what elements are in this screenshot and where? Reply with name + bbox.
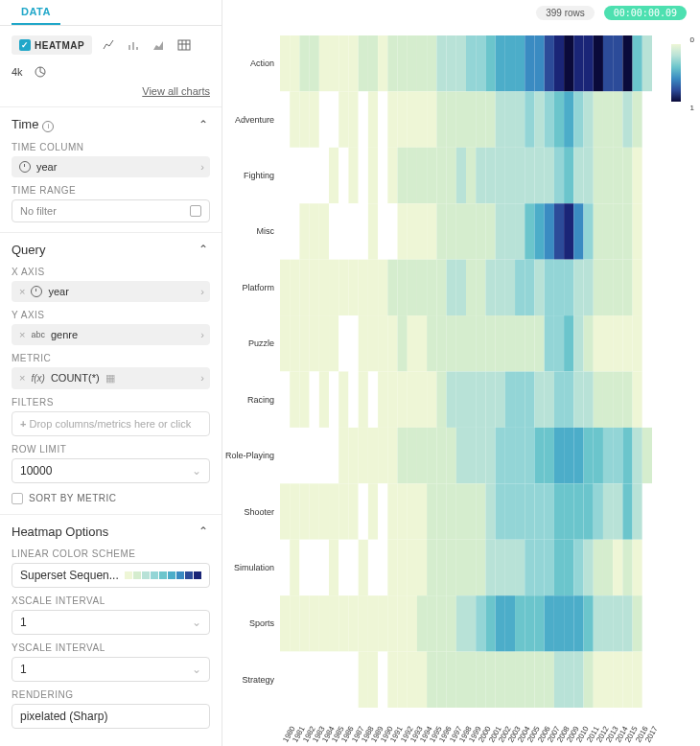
svg-rect-197 xyxy=(329,315,338,371)
section-time-header[interactable]: Timei ⌃ xyxy=(12,117,210,132)
section-query-header[interactable]: Query ⌃ xyxy=(12,243,210,257)
svg-rect-192 xyxy=(280,315,290,371)
svg-rect-156 xyxy=(299,260,309,315)
svg-rect-191 xyxy=(642,260,652,315)
svg-rect-364 xyxy=(476,540,485,595)
svg-rect-346 xyxy=(299,540,309,595)
calendar-icon xyxy=(190,205,201,217)
metric-select[interactable]: × f(x) COUNT(*) ▦ › xyxy=(12,367,210,389)
line-chart-icon[interactable] xyxy=(102,37,117,53)
svg-rect-143 xyxy=(545,203,554,259)
section-heatmap-header[interactable]: Heatmap Options ⌃ xyxy=(12,525,210,539)
svg-rect-201 xyxy=(368,315,378,371)
svg-rect-426 xyxy=(338,652,348,708)
svg-rect-300 xyxy=(594,428,603,483)
svg-rect-180 xyxy=(534,260,544,315)
clear-icon[interactable]: × xyxy=(19,372,25,384)
svg-rect-400 xyxy=(456,595,466,651)
x-axis-select[interactable]: × year › xyxy=(12,281,210,302)
svg-rect-42 xyxy=(299,91,309,147)
bar-chart-icon[interactable] xyxy=(127,37,142,53)
svg-rect-20 xyxy=(456,35,466,91)
svg-rect-428 xyxy=(359,652,368,708)
tab-data[interactable]: DATA xyxy=(12,0,60,25)
svg-rect-376 xyxy=(594,540,603,595)
clear-icon[interactable]: × xyxy=(19,286,25,297)
svg-rect-56 xyxy=(436,91,446,147)
svg-rect-155 xyxy=(290,260,299,315)
sortby-checkbox[interactable]: SORT BY METRIC xyxy=(12,493,210,504)
svg-rect-297 xyxy=(564,428,573,483)
svg-rect-275 xyxy=(348,428,358,483)
sortby-label: SORT BY METRIC xyxy=(29,493,116,503)
svg-rect-242 xyxy=(398,372,408,428)
svg-rect-16 xyxy=(417,35,427,91)
filters-dropzone[interactable]: + Drop columns/metrics here or click xyxy=(12,411,210,436)
svg-rect-440 xyxy=(476,652,485,708)
svg-rect-75 xyxy=(622,91,632,147)
svg-rect-44 xyxy=(319,91,329,147)
svg-rect-95 xyxy=(447,148,456,203)
svg-rect-125 xyxy=(368,203,378,259)
svg-rect-367 xyxy=(505,540,515,595)
y-axis-select[interactable]: × abc genre › xyxy=(12,324,210,345)
svg-rect-408 xyxy=(534,595,544,651)
svg-rect-185 xyxy=(584,260,594,315)
svg-rect-231 xyxy=(290,372,299,428)
svg-rect-266 xyxy=(633,372,642,428)
svg-rect-320 xyxy=(417,483,427,539)
svg-rect-51 xyxy=(387,91,397,147)
svg-rect-391 xyxy=(368,595,378,651)
svg-rect-369 xyxy=(525,540,534,595)
svg-rect-130 xyxy=(417,203,427,259)
xscale-select[interactable]: 1 ⌄ xyxy=(12,610,210,635)
colorscheme-select[interactable]: Superset Sequen... xyxy=(12,563,210,588)
svg-rect-3 xyxy=(290,35,299,91)
bignumber-icon[interactable]: 4k xyxy=(12,64,23,80)
svg-rect-420 xyxy=(280,652,290,708)
svg-rect-454 xyxy=(613,652,622,708)
time-range-input[interactable]: No filter xyxy=(12,199,210,222)
viz-heatmap-chip[interactable]: ✓ HEATMAP xyxy=(12,35,92,55)
svg-rect-202 xyxy=(378,315,387,371)
area-chart-icon[interactable] xyxy=(152,37,167,53)
svg-rect-238 xyxy=(359,372,368,428)
svg-rect-82 xyxy=(319,148,329,203)
svg-rect-22 xyxy=(476,35,485,91)
svg-rect-261 xyxy=(584,372,594,428)
svg-rect-53 xyxy=(408,91,417,147)
svg-rect-405 xyxy=(505,595,515,651)
svg-rect-126 xyxy=(378,203,387,259)
chevron-down-icon: ⌄ xyxy=(192,616,201,629)
svg-rect-370 xyxy=(534,540,544,595)
view-all-charts-link[interactable]: View all charts xyxy=(142,85,210,97)
xscale-value: 1 xyxy=(20,616,27,629)
svg-rect-281 xyxy=(408,428,417,483)
table-icon[interactable] xyxy=(176,37,192,53)
rowlimit-select[interactable]: 10000 ⌄ xyxy=(12,458,210,483)
clear-icon[interactable]: × xyxy=(19,329,25,340)
svg-rect-389 xyxy=(348,595,358,651)
svg-rect-265 xyxy=(622,372,632,428)
svg-rect-279 xyxy=(387,428,397,483)
legend-bar xyxy=(671,44,681,102)
svg-rect-403 xyxy=(485,595,495,651)
time-column-select[interactable]: year › xyxy=(12,156,210,177)
svg-rect-263 xyxy=(603,372,613,428)
svg-rect-455 xyxy=(622,652,632,708)
svg-rect-256 xyxy=(534,372,544,428)
svg-rect-119 xyxy=(310,203,319,259)
yscale-label: YSCALE INTERVAL xyxy=(12,642,210,653)
svg-rect-105 xyxy=(545,148,554,203)
svg-rect-104 xyxy=(534,148,544,203)
rendering-select[interactable]: pixelated (Sharp) xyxy=(12,704,210,729)
svg-rect-399 xyxy=(447,595,456,651)
svg-rect-247 xyxy=(447,372,456,428)
yscale-select[interactable]: 1 ⌄ xyxy=(12,657,210,682)
svg-rect-193 xyxy=(290,315,299,371)
svg-rect-392 xyxy=(378,595,387,651)
svg-rect-457 xyxy=(642,652,652,708)
svg-rect-48 xyxy=(359,91,368,147)
svg-rect-330 xyxy=(515,483,525,539)
pie-chart-icon[interactable] xyxy=(33,64,48,80)
